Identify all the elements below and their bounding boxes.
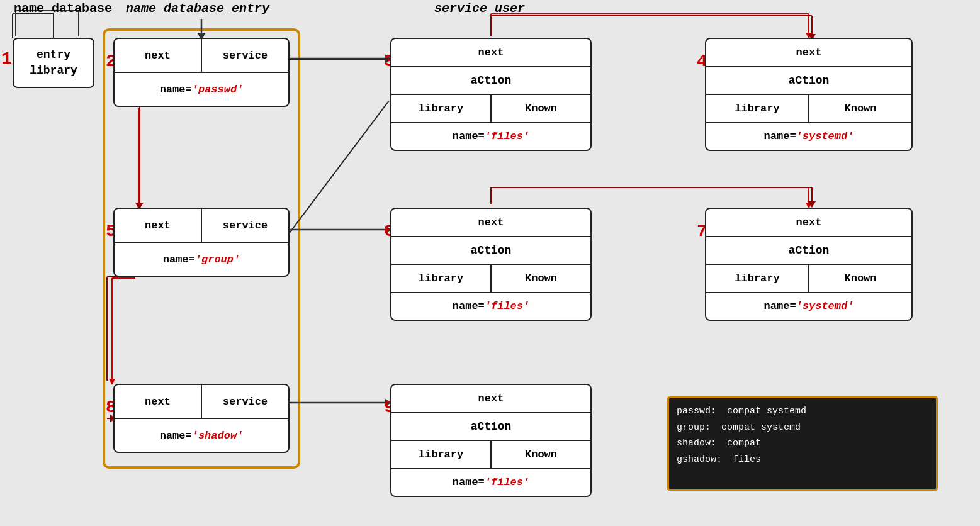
diagram: name_database name_database_entry servic… [0, 0, 980, 526]
node9-library: library [391, 441, 492, 468]
node8-name-label: name= [160, 430, 192, 442]
terminal-line-1: passwd: compat systemd [677, 403, 928, 420]
node2-next: next [115, 39, 202, 72]
terminal-box: passwd: compat systemd group: compat sys… [667, 396, 938, 491]
node4-next: next [706, 39, 911, 67]
node3-name: name='files' [391, 123, 590, 150]
node1-entry: entry [37, 47, 70, 63]
node5-name-label: name= [163, 254, 195, 266]
node-1: entry library [13, 38, 94, 88]
terminal-line-2: group: compat systemd [677, 420, 928, 436]
node7-name-value: 'systemd' [796, 300, 854, 312]
node4-action: aCtion [706, 67, 911, 96]
service-user-label: service_user [434, 1, 525, 16]
node8-service: service [202, 385, 288, 418]
node6-name-value: 'files' [485, 300, 529, 312]
node6-next: next [391, 209, 590, 237]
node6-known: Known [492, 265, 590, 292]
node4-name-value: 'systemd' [796, 130, 854, 142]
svg-line-13 [290, 101, 389, 233]
node9-next: next [391, 385, 590, 413]
node1-library: library [30, 63, 77, 79]
node6-name: name='files' [391, 293, 590, 320]
node-8: next service name='shadow' [113, 384, 290, 453]
node3-known: Known [492, 95, 590, 122]
node-number-1: 1 [1, 49, 12, 69]
node2-name-label: name= [160, 84, 192, 96]
node4-known: Known [809, 95, 911, 122]
node3-name-value: 'files' [485, 130, 529, 142]
node6-library: library [391, 265, 492, 292]
node-4: next aCtion library Known name='systemd' [705, 38, 913, 151]
svg-marker-22 [109, 379, 115, 385]
node9-known: Known [492, 441, 590, 468]
node5-service: service [202, 209, 288, 242]
node9-name-value: 'files' [485, 476, 529, 488]
svg-marker-42 [808, 201, 816, 208]
terminal-line-3: shadow: compat [677, 435, 928, 452]
node7-library: library [706, 265, 809, 292]
terminal-line-4: gshadow: files [677, 452, 928, 468]
node3-action: aCtion [391, 67, 590, 96]
node7-name: name='systemd' [706, 293, 911, 320]
node2-name-value: 'passwd' [192, 84, 244, 96]
node7-action: aCtion [706, 237, 911, 266]
node9-name: name='files' [391, 469, 590, 496]
node-7: next aCtion library Known name='systemd' [705, 208, 913, 321]
node-5: next service name='group' [113, 208, 290, 277]
node7-next: next [706, 209, 911, 237]
node5-name-value: 'group' [195, 254, 240, 266]
node2-service: service [202, 39, 288, 72]
node8-name-value: 'shadow' [192, 430, 244, 442]
node5-next: next [115, 209, 202, 242]
name-database-label: name_database [14, 1, 112, 16]
node4-name: name='systemd' [706, 123, 911, 150]
node4-library: library [706, 95, 809, 122]
node7-known: Known [809, 265, 911, 292]
node-3: next aCtion library Known name='files' [390, 38, 592, 151]
name-database-entry-label: name_database_entry [126, 1, 269, 16]
node-9: next aCtion library Known name='files' [390, 384, 592, 497]
node-6: next aCtion library Known name='files' [390, 208, 592, 321]
node6-action: aCtion [391, 237, 590, 266]
node3-next: next [391, 39, 590, 67]
node-2: next service name='passwd' [113, 38, 290, 107]
node3-library: library [391, 95, 492, 122]
node8-next: next [115, 385, 202, 418]
node9-action: aCtion [391, 413, 590, 442]
